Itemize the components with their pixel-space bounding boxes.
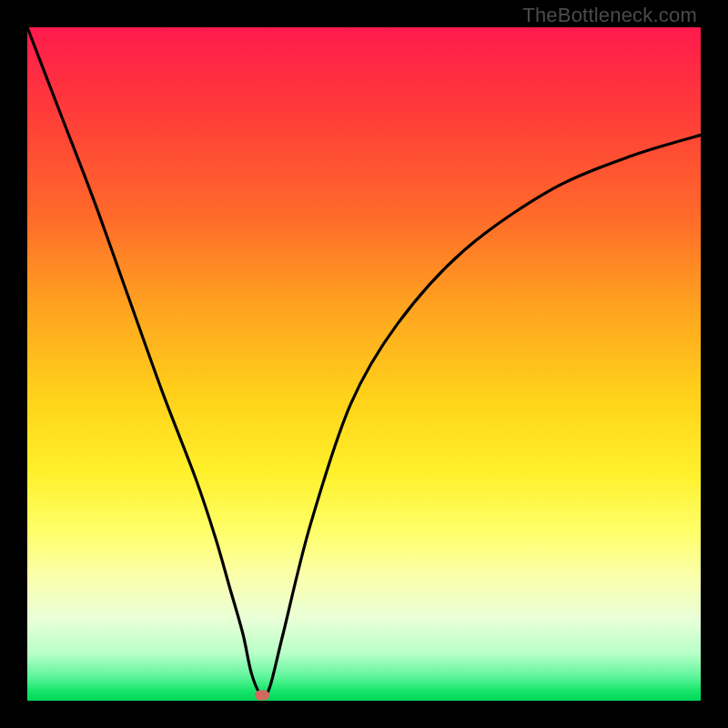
bottleneck-curve bbox=[27, 27, 701, 701]
chart-frame: TheBottleneck.com bbox=[0, 0, 728, 728]
watermark-text: TheBottleneck.com bbox=[522, 4, 697, 27]
optimum-marker bbox=[255, 691, 269, 701]
plot-area bbox=[27, 27, 701, 701]
